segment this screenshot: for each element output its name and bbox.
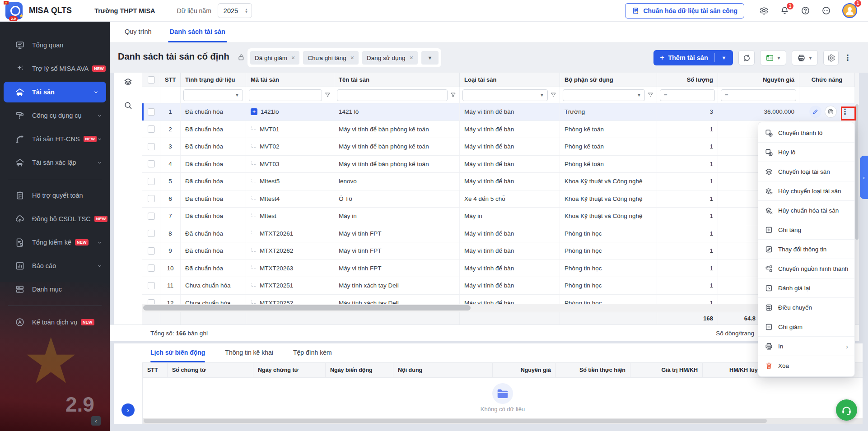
search-icon[interactable] bbox=[123, 101, 133, 110]
filter-chip-da-ghi-giam[interactable]: Đã ghi giảm× bbox=[250, 51, 299, 65]
funnel-icon[interactable] bbox=[550, 92, 557, 98]
table-row[interactable]: 11 Chưa chuẩn hóa MTXT20251 Máy tính xác… bbox=[142, 277, 855, 295]
avatar[interactable]: 1 bbox=[842, 3, 857, 18]
table-row[interactable]: 4 Đã chuẩn hóa MVT03 Máy vi tính để bàn … bbox=[142, 156, 855, 173]
row-checkbox[interactable] bbox=[142, 295, 160, 304]
row-checkbox[interactable] bbox=[142, 208, 160, 225]
filter-input-code[interactable] bbox=[249, 89, 322, 101]
column-header-code[interactable]: Mã tài sản bbox=[246, 73, 334, 87]
funnel-icon[interactable] bbox=[450, 92, 457, 98]
funnel-icon[interactable] bbox=[324, 92, 331, 98]
sidebar-item-tro-ly-so-misa-ava[interactable]: Trợ lý số MISA AVA NEW bbox=[0, 57, 110, 80]
table-row[interactable]: 3 Đã chuẩn hóa MVT02 Máy vi tính để bàn … bbox=[142, 138, 855, 156]
sidebar-item-bao-cao[interactable]: Báo cáo bbox=[0, 254, 110, 278]
filter-dropdown-chip[interactable]: ▼ bbox=[421, 51, 439, 65]
row-checkbox[interactable] bbox=[142, 121, 160, 138]
scrollbar-thumb[interactable] bbox=[143, 305, 471, 311]
close-icon[interactable]: × bbox=[291, 54, 295, 61]
sidebar-item-cong-cu-dung-cu[interactable]: Công cụ dụng cụ bbox=[0, 104, 110, 127]
subcolumn-header-nguyen-gia[interactable]: Nguyên giá bbox=[493, 363, 556, 377]
filter-input-qty[interactable]: = bbox=[660, 89, 715, 101]
sidebar-item-ke-toan-dich-vu[interactable]: Kế toán dịch vụ NEW bbox=[0, 311, 110, 334]
toolbar-more-button[interactable]: ⋮ bbox=[841, 50, 854, 65]
table-settings-button[interactable] bbox=[823, 50, 839, 65]
table-row[interactable]: 5 Đã chuẩn hóa MItest5 lenovo Máy vi tín… bbox=[142, 173, 855, 190]
horizontal-scrollbar[interactable] bbox=[142, 304, 855, 312]
sidebar-item-tong-kiem-ke[interactable]: Tổng kiểm kê NEW bbox=[0, 231, 110, 254]
add-asset-dropdown[interactable]: ▼ bbox=[715, 55, 733, 60]
sidebar-item-tai-san-ht-cns[interactable]: Tài sản HT-CNS NEW bbox=[0, 127, 110, 151]
column-header-stt[interactable]: STT bbox=[160, 73, 181, 87]
filter-chip-dang-su-dung[interactable]: Đang sử dụng× bbox=[362, 51, 418, 65]
sidebar-item-dong-bo-csdl-tsc[interactable]: Đồng bộ CSDL TSC NEW bbox=[0, 207, 110, 231]
filter-select-status[interactable]: ▼ bbox=[183, 89, 243, 101]
column-header-dept[interactable]: Bộ phận sử dụng bbox=[560, 73, 657, 87]
table-row[interactable]: 12 Chưa chuẩn hóa MTXT20252 Máy tính xác… bbox=[142, 295, 855, 304]
refresh-button[interactable] bbox=[738, 50, 755, 65]
menu-item-huy-lo[interactable]: Hủy lô bbox=[758, 143, 854, 162]
filter-select-dept[interactable]: ▼ bbox=[563, 89, 645, 101]
filter-select-type[interactable]: ▼ bbox=[462, 89, 548, 101]
menu-item-xoa[interactable]: Xóa bbox=[758, 356, 854, 375]
subcolumn-header-ngay-bien-dong[interactable]: Ngày biến động bbox=[326, 363, 393, 377]
menu-item-chuyen-nguon-hinh-thanh[interactable]: Chuyển nguồn hình thành bbox=[758, 259, 854, 278]
row-checkbox[interactable] bbox=[142, 156, 160, 173]
subtable-scrollbar[interactable] bbox=[143, 418, 863, 424]
add-asset-button[interactable]: + Thêm tài sản bbox=[653, 53, 714, 62]
menu-item-huy-chuan-hoa-tai-san[interactable]: Hủy chuẩn hóa tài sản bbox=[758, 201, 854, 220]
column-header-type[interactable]: Loại tài sản bbox=[460, 73, 560, 87]
row-checkbox[interactable] bbox=[142, 225, 160, 242]
expand-panel-button[interactable]: › bbox=[121, 403, 135, 417]
menu-item-huy-chuyen-loai-tai-san[interactable]: Hủy chuyển loại tài sản bbox=[758, 181, 854, 201]
table-row[interactable]: 1 Đã chuẩn hóa +1421lo 1421 lô Máy vi tí… bbox=[142, 103, 855, 121]
column-header-status[interactable]: Tình trạng dữ liệu bbox=[181, 73, 246, 87]
row-checkbox[interactable] bbox=[142, 190, 160, 208]
subcolumn-header-noi-dung[interactable]: Nội dung bbox=[393, 363, 493, 377]
select-all-checkbox[interactable] bbox=[142, 73, 160, 87]
funnel-icon[interactable] bbox=[647, 92, 654, 98]
tab-quy-trinh[interactable]: Quy trình bbox=[116, 22, 161, 42]
subcolumn-header-ngay-chung-tu[interactable]: Ngày chứng từ bbox=[253, 363, 326, 377]
org-name[interactable]: Trường THPT MISA bbox=[94, 7, 155, 14]
support-chat-button[interactable] bbox=[836, 399, 857, 421]
menu-item-dieu-chuyen[interactable]: Điều chuyển bbox=[758, 298, 854, 317]
row-checkbox[interactable] bbox=[142, 277, 160, 294]
menu-item-chuyen-thanh-lo[interactable]: Chuyển thành lô bbox=[758, 123, 854, 143]
table-row[interactable]: 6 Đã chuẩn hóa MItest4 Ô Tô Xe 4 đến 5 c… bbox=[142, 190, 855, 208]
add-asset-split-button[interactable]: + Thêm tài sản ▼ bbox=[653, 50, 733, 65]
collapse-right-panel-button[interactable]: ‹ bbox=[860, 156, 868, 199]
help-icon[interactable] bbox=[801, 6, 810, 15]
sidebar-item-tong-quan[interactable]: Tổng quan bbox=[0, 33, 110, 57]
table-row[interactable]: 10 Đã chuẩn hóa MTXT20263 Máy vi tính FP… bbox=[142, 260, 855, 278]
settings-icon[interactable] bbox=[759, 6, 769, 15]
column-header-qty[interactable]: Số lượng bbox=[657, 73, 718, 87]
rows-per-page-label[interactable]: Số dòng/trang bbox=[716, 325, 754, 342]
layers-icon[interactable] bbox=[123, 77, 133, 87]
lot-expand-icon[interactable]: + bbox=[251, 108, 257, 115]
unlock-icon[interactable] bbox=[237, 53, 245, 61]
menu-item-danh-gia-lai[interactable]: Đánh giá lại bbox=[758, 278, 854, 298]
scrollbar-thumb[interactable] bbox=[855, 104, 859, 240]
subcolumn-header-stt[interactable]: STT bbox=[143, 363, 168, 377]
sidebar-item-tai-san[interactable]: Tài sản bbox=[4, 82, 106, 102]
sidebar-item-ho-tro-quyet-toan[interactable]: Hỗ trợ quyết toán bbox=[0, 184, 110, 207]
notifications-bell[interactable]: 1 bbox=[780, 6, 789, 15]
detail-tab-thong-tin-ke-khai[interactable]: Thông tin kê khai bbox=[225, 343, 273, 362]
row-checkbox[interactable] bbox=[142, 173, 160, 190]
duplicate-row-button[interactable] bbox=[825, 106, 837, 118]
tab-danh-sach-tai-san[interactable]: Danh sách tài sản bbox=[161, 22, 234, 42]
filter-chip-chua-ghi-tang[interactable]: Chưa ghi tăng× bbox=[303, 51, 359, 65]
more-options-icon[interactable] bbox=[821, 6, 831, 15]
year-spinner[interactable]: ▲▼ bbox=[245, 8, 248, 14]
row-checkbox[interactable] bbox=[142, 103, 160, 120]
normalize-data-button[interactable]: Chuẩn hóa dữ liệu tài sản công bbox=[625, 3, 745, 19]
sidebar-item-tai-san-xac-lap[interactable]: Tài sản xác lập bbox=[0, 151, 110, 174]
column-header-cost[interactable]: Nguyên giá bbox=[718, 73, 799, 87]
close-icon[interactable]: × bbox=[410, 54, 413, 61]
export-excel-button[interactable]: ▼ bbox=[760, 50, 786, 65]
row-checkbox[interactable] bbox=[142, 260, 160, 277]
subcolumn-header-so-chung-tu[interactable]: Số chứng từ bbox=[168, 363, 253, 377]
sidebar-item-danh-muc[interactable]: Danh mục bbox=[0, 278, 110, 301]
menu-item-ghi-giam[interactable]: Ghi giảm bbox=[758, 317, 854, 337]
filter-input-cost[interactable]: = bbox=[721, 89, 796, 101]
